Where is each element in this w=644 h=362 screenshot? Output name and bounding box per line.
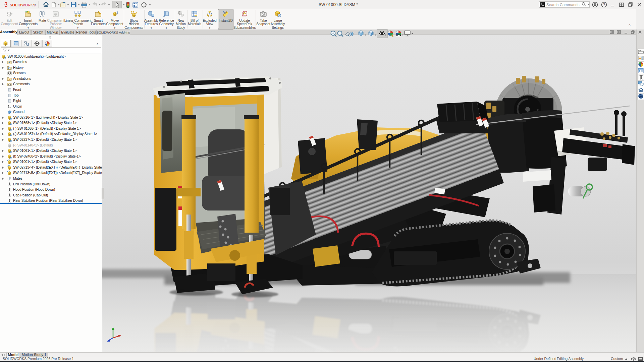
svg-text:?: ? [603,3,605,7]
